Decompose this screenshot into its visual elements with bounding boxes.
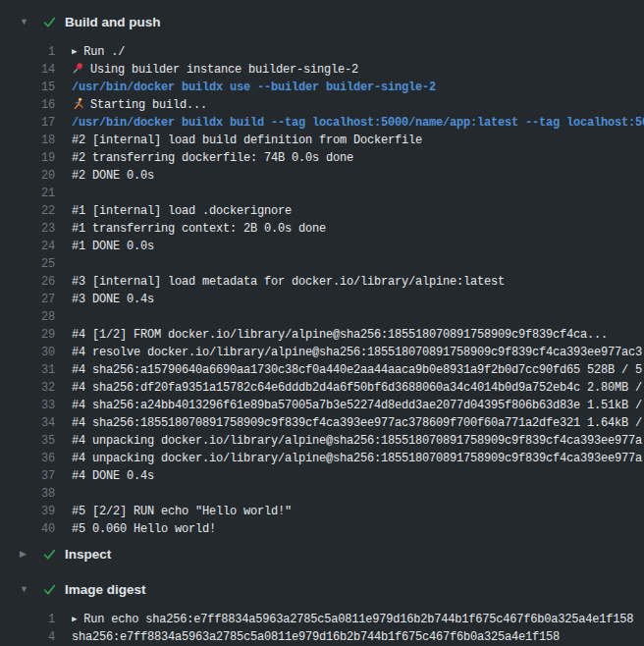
log-text: [72, 485, 644, 503]
log-line[interactable]: 17/usr/bin/docker buildx build --tag loc…: [0, 114, 644, 132]
success-check-icon: [41, 546, 57, 562]
log-line[interactable]: 20#2 DONE 0.0s: [0, 167, 644, 185]
section-header-build-and-push[interactable]: ▼Build and push: [0, 10, 644, 33]
log-text: #2 [internal] load build definition from…: [72, 132, 644, 149]
line-number[interactable]: 31: [0, 361, 55, 379]
log-text: /usr/bin/docker buildx build --tag local…: [72, 114, 644, 132]
run-chevron-icon[interactable]: ▶: [72, 611, 77, 628]
line-number[interactable]: 34: [0, 414, 55, 432]
line-number[interactable]: 30: [0, 344, 55, 361]
line-number[interactable]: 26: [0, 273, 55, 291]
log-text: #4 [1/2] FROM docker.io/library/alpine@s…: [72, 326, 644, 344]
line-number[interactable]: 22: [0, 202, 55, 220]
log-text: Starting build...: [72, 96, 644, 114]
line-number[interactable]: 15: [0, 79, 55, 96]
line-number[interactable]: 38: [0, 485, 55, 503]
log-text: [72, 308, 644, 326]
log-text: #4 sha256:a15790640a6690aa1730c38cf0a440…: [72, 361, 644, 379]
log-line[interactable]: 14Using builder instance builder-single-…: [0, 61, 644, 79]
log-line[interactable]: 1▶Run ./: [0, 43, 644, 61]
log-text: ▶Run echo sha256:e7ff8834a5963a2785c5a08…: [72, 611, 644, 628]
log-line[interactable]: 39#5 [2/2] RUN echo "Hello world!": [0, 503, 644, 520]
line-number[interactable]: 28: [0, 308, 55, 326]
log-text: #2 DONE 0.0s: [72, 167, 644, 185]
line-number[interactable]: 39: [0, 503, 55, 520]
log-line[interactable]: 21: [0, 185, 644, 202]
success-check-icon: [41, 581, 57, 597]
log-lines-build-and-push: 1▶Run ./14Using builder instance builder…: [0, 43, 644, 538]
log-line[interactable]: 26#3 [internal] load metadata for docker…: [0, 273, 644, 291]
section-image-digest: ▼Image digest1▶Run echo sha256:e7ff8834a…: [0, 577, 644, 646]
chevron-down-icon[interactable]: ▼: [20, 577, 31, 601]
log-text: Using builder instance builder-single-2: [72, 61, 644, 79]
log-line[interactable]: 37#4 DONE 0.4s: [0, 467, 644, 485]
line-number[interactable]: 19: [0, 149, 55, 167]
line-number[interactable]: 1: [0, 43, 55, 61]
log-line[interactable]: 19#2 transferring dockerfile: 74B 0.0s d…: [0, 149, 644, 167]
log-text: /usr/bin/docker buildx use --builder bui…: [72, 79, 644, 96]
log-line[interactable]: 22#1 [internal] load .dockerignore: [0, 202, 644, 220]
log-line[interactable]: 29#4 [1/2] FROM docker.io/library/alpine…: [0, 326, 644, 344]
log-line[interactable]: 27#3 DONE 0.4s: [0, 291, 644, 308]
section-header-inspect[interactable]: ▶Inspect: [0, 542, 644, 565]
line-number[interactable]: 16: [0, 96, 55, 114]
line-number[interactable]: 17: [0, 114, 55, 132]
log-text: ▶Run ./: [72, 43, 644, 61]
log-text: #1 [internal] load .dockerignore: [72, 202, 644, 220]
log-text: #4 sha256:a24bb4013296f61e89ba57005a7b3e…: [72, 397, 644, 414]
log-lines-image-digest: 1▶Run echo sha256:e7ff8834a5963a2785c5a0…: [0, 611, 644, 646]
chevron-right-icon[interactable]: ▶: [20, 542, 31, 565]
section-title: Inspect: [65, 547, 111, 562]
line-number[interactable]: 14: [0, 61, 55, 79]
runner-icon: [72, 97, 84, 114]
line-number[interactable]: 24: [0, 238, 55, 255]
log-line[interactable]: 23#1 transferring context: 2B 0.0s done: [0, 220, 644, 238]
log-line[interactable]: 18#2 [internal] load build definition fr…: [0, 132, 644, 149]
run-chevron-icon[interactable]: ▶: [72, 43, 77, 61]
log-line[interactable]: 24#1 DONE 0.0s: [0, 238, 644, 255]
log-line[interactable]: 16Starting build...: [0, 96, 644, 114]
log-text: #1 DONE 0.0s: [72, 238, 644, 255]
line-number[interactable]: 32: [0, 379, 55, 397]
chevron-down-icon[interactable]: ▼: [20, 10, 31, 33]
log-line[interactable]: 38: [0, 485, 644, 503]
line-number[interactable]: 36: [0, 450, 55, 467]
log-line[interactable]: 30#4 resolve docker.io/library/alpine@sh…: [0, 344, 644, 361]
line-number[interactable]: 27: [0, 291, 55, 308]
line-number[interactable]: 18: [0, 132, 55, 149]
log-text: [72, 185, 644, 202]
line-number[interactable]: 29: [0, 326, 55, 344]
line-number[interactable]: 4: [0, 628, 55, 646]
log-line[interactable]: 33#4 sha256:a24bb4013296f61e89ba57005a7b…: [0, 397, 644, 414]
log-line[interactable]: 25: [0, 255, 644, 273]
line-number[interactable]: 35: [0, 432, 55, 450]
section-title: Build and push: [65, 15, 161, 29]
line-number[interactable]: 25: [0, 255, 55, 273]
success-check-icon: [41, 14, 57, 29]
log-text: #5 0.060 Hello world!: [72, 520, 644, 538]
section-title: Image digest: [65, 582, 146, 597]
line-number[interactable]: 33: [0, 397, 55, 414]
line-number[interactable]: 20: [0, 167, 55, 185]
log-text: [72, 255, 644, 273]
log-line[interactable]: 40#5 0.060 Hello world!: [0, 520, 644, 538]
section-header-image-digest[interactable]: ▼Image digest: [0, 577, 644, 601]
log-text: #3 DONE 0.4s: [72, 291, 644, 308]
log-text: #4 unpacking docker.io/library/alpine@sh…: [72, 432, 644, 450]
log-line[interactable]: 4sha256:e7ff8834a5963a2785c5a0811e979d16…: [0, 628, 644, 646]
log-line[interactable]: 28: [0, 308, 644, 326]
log-text: #4 sha256:185518070891758909c9f839cf4ca3…: [72, 414, 644, 432]
line-number[interactable]: 37: [0, 467, 55, 485]
log-line[interactable]: 35#4 unpacking docker.io/library/alpine@…: [0, 432, 644, 450]
line-number[interactable]: 21: [0, 185, 55, 202]
line-number[interactable]: 40: [0, 520, 55, 538]
log-line[interactable]: 15/usr/bin/docker buildx use --builder b…: [0, 79, 644, 96]
workflow-log: ▼Build and push1▶Run ./14Using builder i…: [0, 10, 644, 646]
log-line[interactable]: 32#4 sha256:df20fa9351a15782c64e6dddb2d4…: [0, 379, 644, 397]
log-line[interactable]: 1▶Run echo sha256:e7ff8834a5963a2785c5a0…: [0, 611, 644, 628]
line-number[interactable]: 23: [0, 220, 55, 238]
log-line[interactable]: 34#4 sha256:185518070891758909c9f839cf4c…: [0, 414, 644, 432]
log-line[interactable]: 31#4 sha256:a15790640a6690aa1730c38cf0a4…: [0, 361, 644, 379]
log-line[interactable]: 36#4 unpacking docker.io/library/alpine@…: [0, 450, 644, 467]
line-number[interactable]: 1: [0, 611, 55, 628]
